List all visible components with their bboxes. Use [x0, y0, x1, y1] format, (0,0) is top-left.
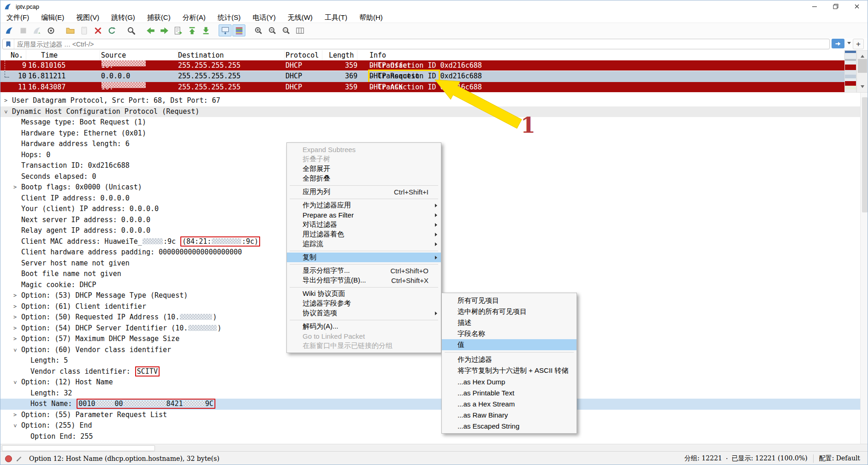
- context-menu-item[interactable]: 用过滤器着色: [287, 230, 441, 239]
- menubar-item[interactable]: 统计(S): [212, 12, 247, 23]
- go-forward-icon[interactable]: [158, 24, 171, 36]
- copy-submenu-item[interactable]: 将字节复制为十六进制 + ASCII 转储: [442, 365, 577, 376]
- menubar-item[interactable]: 电话(Y): [247, 12, 282, 23]
- detail-tree-row[interactable]: Length: 5: [0, 355, 860, 366]
- packet-row[interactable]: 1116.84308710.255.255.255.255DHCP359DHCP…: [0, 82, 844, 93]
- copy-submenu-item[interactable]: ...as Raw Binary: [442, 409, 577, 420]
- go-back-icon[interactable]: [144, 24, 157, 36]
- go-to-packet-icon[interactable]: [172, 24, 184, 36]
- close-button[interactable]: [846, 0, 868, 12]
- expand-icon[interactable]: >: [13, 312, 17, 323]
- context-menu-item[interactable]: 对话过滤器: [287, 220, 441, 230]
- context-menu-item[interactable]: 复制: [287, 253, 441, 262]
- context-menu-item[interactable]: 应用为列Ctrl+Shift+I: [287, 187, 441, 197]
- context-menu-item[interactable]: 在新窗口中显示已链接的分组: [287, 341, 441, 351]
- add-filter-button[interactable]: +: [853, 39, 864, 49]
- expand-icon[interactable]: >: [4, 95, 7, 106]
- apply-filter-button[interactable]: [832, 39, 844, 48]
- context-menu-item[interactable]: 全部折叠: [287, 174, 441, 183]
- detail-scrollbar[interactable]: [860, 93, 868, 444]
- zoom-out-icon[interactable]: [266, 24, 279, 36]
- context-menu-item[interactable]: 协议首选项: [287, 308, 441, 318]
- restart-capture-icon[interactable]: [30, 24, 43, 36]
- copy-submenu-item[interactable]: ...as Escaped String: [442, 420, 577, 431]
- expand-icon[interactable]: >: [13, 323, 17, 334]
- context-menu-item[interactable]: Wiki 协议页面: [287, 289, 441, 299]
- menubar-item[interactable]: 帮助(H): [353, 12, 389, 23]
- expand-icon[interactable]: >: [13, 410, 17, 421]
- menubar-item[interactable]: 文件(F): [0, 12, 35, 23]
- copy-submenu-item[interactable]: 字段名称: [442, 328, 577, 339]
- go-first-packet-icon[interactable]: [185, 24, 198, 36]
- menubar-item[interactable]: 分析(A): [177, 12, 212, 23]
- context-menu-item[interactable]: Go to Linked Packet: [287, 331, 441, 341]
- scroll-down-icon[interactable]: [861, 85, 864, 90]
- menubar-item[interactable]: 无线(W): [282, 12, 319, 23]
- context-menu-item[interactable]: Expand Subtrees: [287, 145, 441, 154]
- collapse-icon[interactable]: >: [0, 110, 12, 113]
- column-header-destination[interactable]: Destination: [178, 50, 285, 60]
- restore-button[interactable]: [825, 0, 846, 12]
- start-capture-icon[interactable]: [3, 24, 16, 36]
- copy-submenu-item[interactable]: 描述: [442, 317, 577, 328]
- context-menu-item[interactable]: 全部展开: [287, 164, 441, 174]
- copy-submenu-item[interactable]: ...as a Hex Stream: [442, 398, 577, 409]
- horizontal-scrollbar[interactable]: [0, 444, 868, 451]
- expert-info-icon[interactable]: [5, 455, 12, 462]
- menubar-item[interactable]: 跳转(G): [105, 12, 141, 23]
- scroll-up-icon[interactable]: [861, 53, 864, 58]
- find-packet-icon[interactable]: [125, 24, 137, 36]
- detail-tree-row[interactable]: >User Datagram Protocol, Src Port: 68, D…: [0, 95, 860, 106]
- resize-columns-icon[interactable]: [293, 24, 306, 36]
- stop-capture-icon[interactable]: [17, 24, 30, 36]
- context-menu-item[interactable]: Prepare as Filter: [287, 210, 441, 220]
- menubar-item[interactable]: 工具(T): [319, 12, 353, 23]
- column-header-no[interactable]: No.: [0, 50, 26, 60]
- packet-row[interactable]: 916.81016510.255.255.255.255DHCP359DHCP …: [0, 60, 844, 71]
- scrollbar-thumb[interactable]: [858, 59, 867, 73]
- colorize-icon[interactable]: [232, 24, 245, 36]
- detail-tree-row[interactable]: Host Name: 00100084219C: [0, 399, 860, 410]
- column-header-length[interactable]: Length: [322, 50, 357, 60]
- status-profile[interactable]: 配置: Default: [819, 454, 860, 463]
- auto-scroll-icon[interactable]: [219, 24, 232, 36]
- expand-icon[interactable]: >: [13, 301, 17, 312]
- collapse-icon[interactable]: >: [10, 381, 21, 384]
- context-menu-item[interactable]: 显示分组字节...Ctrl+Shift+O: [287, 266, 441, 276]
- expand-icon[interactable]: >: [13, 182, 17, 193]
- expand-icon[interactable]: >: [13, 334, 17, 345]
- copy-submenu-item[interactable]: 选中树的所有可见项目: [442, 306, 577, 317]
- column-header-source[interactable]: Source: [100, 50, 178, 60]
- context-menu-item[interactable]: 折叠子树: [287, 154, 441, 164]
- detail-tree-row[interactable]: Vendor class identifier: SCITV: [0, 366, 860, 377]
- menubar-item[interactable]: 编辑(E): [35, 12, 70, 23]
- scrollbar-thumb[interactable]: [2, 445, 155, 451]
- go-last-packet-icon[interactable]: [199, 24, 212, 36]
- capture-comment-icon[interactable]: [16, 455, 23, 462]
- context-menu-item[interactable]: 作为过滤器应用: [287, 200, 441, 210]
- filter-bookmark-icon[interactable]: [3, 39, 14, 49]
- copy-submenu-item[interactable]: 作为过滤器: [442, 354, 577, 365]
- collapse-icon[interactable]: >: [10, 424, 21, 427]
- copy-submenu-item[interactable]: ...as Printable Text: [442, 387, 577, 398]
- reload-file-icon[interactable]: [105, 24, 118, 36]
- menubar-item[interactable]: 捕获(C): [141, 12, 177, 23]
- copy-submenu-item[interactable]: 所有可见项目: [442, 295, 577, 306]
- zoom-original-icon[interactable]: 1:1: [279, 24, 292, 36]
- detail-tree-row[interactable]: Option End: 255: [0, 431, 860, 442]
- detail-tree-row[interactable]: >Option: (255) End: [0, 420, 860, 431]
- copy-submenu-item[interactable]: ...as Hex Dump: [442, 376, 577, 387]
- packet-row[interactable]: 1016.8112110.0.0.0255.255.255.255DHCP369…: [0, 71, 844, 82]
- detail-tree-row[interactable]: Message type: Boot Request (1): [0, 117, 860, 128]
- context-menu-item[interactable]: 解码为(A)...: [287, 322, 441, 331]
- zoom-in-icon[interactable]: [252, 24, 265, 36]
- packet-list-minimap[interactable]: [844, 50, 856, 93]
- detail-tree-row[interactable]: Hardware type: Ethernet (0x01): [0, 128, 860, 139]
- packet-list-scrollbar[interactable]: [856, 50, 868, 93]
- save-file-icon[interactable]: [77, 24, 90, 36]
- context-menu-item[interactable]: 追踪流: [287, 239, 441, 249]
- minimize-button[interactable]: [804, 0, 825, 12]
- copy-submenu-item[interactable]: 值: [442, 339, 577, 350]
- filter-dropdown-caret[interactable]: [847, 42, 851, 46]
- context-menu-item[interactable]: 导出分组字节流(B)...Ctrl+Shift+X: [287, 276, 441, 285]
